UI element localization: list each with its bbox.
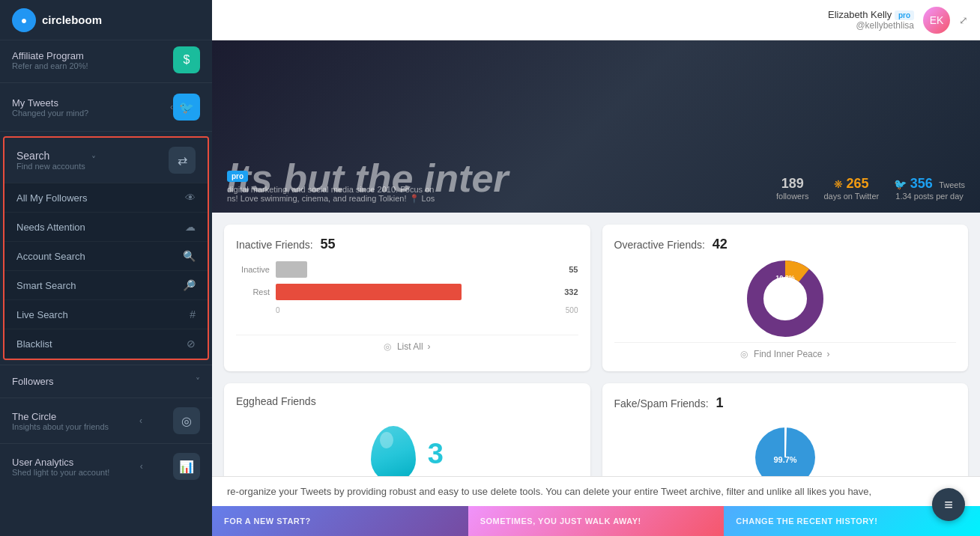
user-avatar: EK [923,7,950,34]
bottom-text: re-organize your Tweets by providing rob… [227,486,871,497]
circle-title: The Circle [12,411,109,422]
divider-4 [0,398,212,398]
analytics-title: User Analytics [12,457,109,468]
logo-area: ● circleboom [0,0,212,40]
tweets-label: Tweets [939,180,965,189]
circle-icon: ◎ [173,407,200,434]
svg-text:10.8%: 10.8% [775,274,795,281]
hashtag-icon: # [190,308,196,320]
inactive-friends-title: Inactive Friends: [236,239,313,251]
all-followers-item[interactable]: All My Followers 👁 [4,183,208,213]
egghead-visual: 3 [236,416,578,476]
divider-3 [0,365,212,365]
svg-text:99.7%: 99.7% [773,455,796,464]
circle-arrow: ‹ [139,415,142,426]
search-expand-arrow: ˅ [91,155,96,165]
expand-icon[interactable]: ⤢ [959,14,968,26]
posts-per-day: 1.34 posts per day [894,192,965,201]
inactive-list-all[interactable]: ◎ List All › [236,335,578,352]
my-tweets-label: My Tweets [12,97,88,109]
overactive-friends-title: Overactive Friends: [614,239,705,251]
affiliate-sub: Refer and earn 20%! [12,61,88,70]
divider-1 [0,82,212,83]
analytics-arrow: ‹ [140,461,143,472]
followers-count-label: followers [776,192,808,201]
user-name-text: Elizabeth Kelly [828,9,892,20]
sidebar-item-my-tweets[interactable]: My Tweets Changed your mind? ‹ 🐦 [0,86,212,128]
dashboard-grid: Inactive Friends: 55 Inactive 55 Rest [212,213,980,476]
egghead-friends-card: Egghead Friends 3 ◎ See All › [224,383,590,476]
user-handle: @kellybethlisa [828,20,914,31]
eye-icon: 👁 [185,192,196,204]
affiliate-section[interactable]: Affiliate Program Refer and earn 20%! $ [0,40,212,79]
egghead-title: Egghead Friends [236,395,316,407]
overactive-friends-count: 42 [713,237,728,252]
analytics-sub: Shed light to your account! [12,468,109,477]
sidebar: ● circleboom Affiliate Program Refer and… [0,0,212,536]
tweets-count: 356 [910,176,933,191]
blacklist-item[interactable]: Blacklist ⊘ [4,329,208,359]
account-search-item[interactable]: Account Search 🔍 [4,242,208,271]
search-title: Search [16,150,85,162]
divider-5 [0,443,212,444]
affiliate-title: Affiliate Program [12,50,88,61]
days-label: days on Twitter [823,192,879,201]
followers-arrow: ˅ [196,377,200,387]
banner-bg: lts but the inter pro digital marketing,… [212,40,980,213]
search-subtitle: Find new accounts [16,162,85,171]
days-on-twitter: 265 [847,176,869,191]
my-tweets-sub: Changed your mind? [12,109,88,118]
cta-title-2: SOMETIMES, YOU JUST WALK AWAY! [480,517,713,526]
pro-badge: pro [895,10,914,20]
live-search-item[interactable]: Live Search # [4,300,208,329]
analytics-icon: 📊 [173,453,200,480]
fakespam-friends-card: Fake/Spam Friends: 1 99.7% ◎ Take a Look [602,383,969,476]
cta-title-1: FOR A NEW START? [224,517,456,526]
profile-pro-badge: pro [227,171,248,182]
block-icon: ⊘ [187,338,196,350]
inactive-friends-count: 55 [321,237,336,252]
svg-point-3 [781,294,790,303]
fakespam-title: Fake/Spam Friends: [614,398,709,409]
cloud-icon: ☁ [185,221,196,233]
cta-card-2[interactable]: SOMETIMES, YOU JUST WALK AWAY! [468,506,725,536]
search-icon-btn: ⇄ [169,147,196,174]
smart-search-item[interactable]: Smart Search 🔎 [4,271,208,300]
profile-banner: lts but the inter pro digital marketing,… [212,40,980,213]
overactive-donut: 10.8% 89.1% [614,261,957,336]
search-section: Search Find new accounts ˅ ⇄ All My Foll… [3,136,209,360]
content-body: lts but the inter pro digital marketing,… [212,40,980,536]
top-header: Elizabeth Kelly pro @kellybethlisa EK ⤢ [212,0,980,40]
main-content: Elizabeth Kelly pro @kellybethlisa EK ⤢ … [212,0,980,536]
overactive-find-peace[interactable]: ◎ Find Inner Peace › [614,342,957,359]
cta-row: FOR A NEW START? SOMETIMES, YOU JUST WAL… [212,506,980,536]
search-icon: 🔍 [183,250,196,262]
egg-icon [371,426,416,477]
bottom-section: re-organize your Tweets by providing rob… [212,476,980,506]
followers-count: 189 [776,176,808,192]
divider-2 [0,131,212,132]
cta-card-1[interactable]: FOR A NEW START? [212,506,468,536]
svg-text:89.1%: 89.1% [775,310,795,317]
needs-attention-item[interactable]: Needs Attention ☁ [4,213,208,242]
circle-sub: Insights about your friends [12,422,109,431]
overactive-friends-card: Overactive Friends: 42 10.8% 89.1 [602,225,969,371]
circle-section[interactable]: The Circle Insights about your friends ‹… [0,401,212,440]
fab-icon: ≡ [944,496,953,514]
egghead-count: 3 [428,438,444,470]
affiliate-icon: $ [173,46,200,73]
logo-icon: ● [12,8,36,32]
user-info: Elizabeth Kelly pro @kellybethlisa [828,9,914,31]
search-subitems: All My Followers 👁 Needs Attention ☁ Acc… [4,183,208,359]
analytics-section[interactable]: User Analytics Shed light to your accoun… [0,447,212,486]
twitter-icon: 🐦 [173,94,200,121]
followers-label: Followers [12,376,54,387]
followers-section[interactable]: Followers ˅ [0,368,212,395]
cta-title-3: CHANGE THE RECENT HISTORY! [736,517,968,526]
smart-search-icon: 🔎 [183,279,196,291]
fakespam-donut: 99.7% [614,420,957,476]
fab-button[interactable]: ≡ [932,488,965,521]
search-header[interactable]: Search Find new accounts ˅ ⇄ [4,138,208,183]
svg-line-8 [785,427,786,457]
inactive-bar-chart: Inactive 55 Rest 332 0 [236,261,578,329]
